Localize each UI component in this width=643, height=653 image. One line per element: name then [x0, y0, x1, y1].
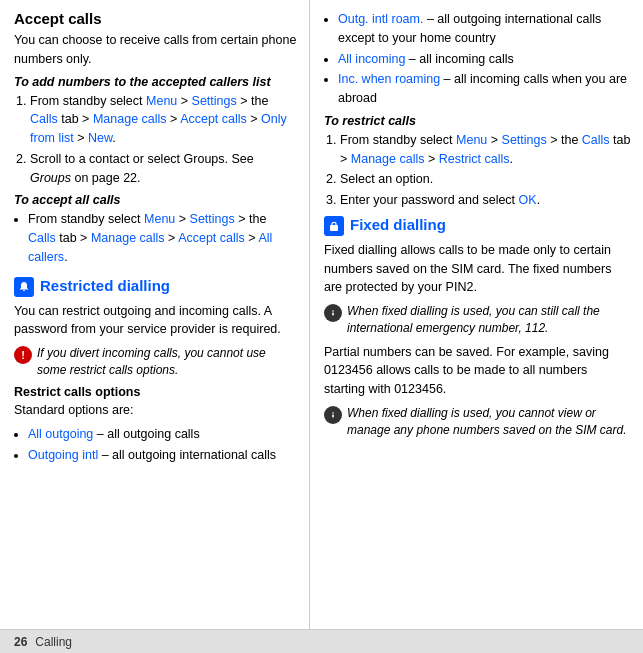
accept-all-list: From standby select Menu > Settings > th…	[14, 210, 297, 266]
all-incoming-link: All incoming	[338, 52, 405, 66]
outgoing-intl-item: Outgoing intl – all outgoing internation…	[28, 446, 297, 465]
outgoing-intl-link: Outgoing intl	[28, 448, 98, 462]
restricted-dialling-title: Restricted dialling	[40, 277, 170, 294]
bell-icon	[18, 281, 30, 293]
restrict-calls-steps: From standby select Menu > Settings > th…	[324, 131, 631, 210]
restricted-dialling-intro: You can restrict outgoing and incoming c…	[14, 302, 297, 340]
restricted-dialling-icon	[14, 277, 34, 297]
left-column: Accept calls You can choose to receive c…	[0, 0, 310, 653]
settings-link-1: Settings	[192, 94, 237, 108]
info-icon-1	[324, 304, 342, 322]
restrict-options-continued: Outg. intl roam. – all outgoing internat…	[324, 10, 631, 108]
right-column: Outg. intl roam. – all outgoing internat…	[310, 0, 643, 653]
note2-text: When fixed dialling is used, you cannot …	[347, 405, 631, 439]
settings-link-2: Settings	[190, 212, 235, 226]
inc-when-roaming-item: Inc. when roaming – all incoming calls w…	[338, 70, 631, 108]
restrict-options-title: Restrict calls options	[14, 385, 297, 399]
bullet-icon-1	[328, 308, 338, 318]
new-link: New	[88, 131, 112, 145]
restricted-dialling-header: Restricted dialling	[14, 277, 297, 298]
all-outgoing-link: All outgoing	[28, 427, 93, 441]
svg-rect-3	[332, 313, 334, 316]
accept-all-heading: To accept all calls	[14, 193, 297, 207]
calls-link-1: Calls	[30, 112, 58, 126]
all-incoming-item: All incoming – all incoming calls	[338, 50, 631, 69]
note-text: If you divert incoming calls, you cannot…	[37, 345, 297, 379]
add-numbers-steps: From standby select Menu > Settings > th…	[14, 92, 297, 188]
inc-when-roaming-link: Inc. when roaming	[338, 72, 440, 86]
accept-calls-link-1: Accept calls	[180, 112, 247, 126]
accept-all-item: From standby select Menu > Settings > th…	[28, 210, 297, 266]
page-number: 26	[14, 635, 27, 649]
bottom-bar: 26 Calling	[0, 629, 643, 653]
lock-icon	[328, 220, 340, 232]
accept-calls-title: Accept calls	[14, 10, 297, 27]
accept-calls-link-2: Accept calls	[178, 231, 245, 245]
svg-point-5	[332, 412, 334, 414]
svg-rect-0	[330, 225, 338, 231]
restrict-options-list: All outgoing – all outgoing calls Outgoi…	[14, 425, 297, 465]
restrict-step-1: From standby select Menu > Settings > th…	[340, 131, 631, 169]
step-2: Scroll to a contact or select Groups. Se…	[30, 150, 297, 188]
fixed-dialling-icon	[324, 216, 344, 236]
add-numbers-heading: To add numbers to the accepted callers l…	[14, 75, 297, 89]
manage-calls-link-1: Manage calls	[93, 112, 167, 126]
menu-link-1: Menu	[146, 94, 177, 108]
page: Accept calls You can choose to receive c…	[0, 0, 643, 653]
footer-label: Calling	[35, 635, 72, 649]
svg-point-2	[332, 310, 334, 312]
restricted-dialling-note: ! If you divert incoming calls, you cann…	[14, 345, 297, 379]
accept-calls-section: Accept calls You can choose to receive c…	[14, 10, 297, 267]
manage-calls-link-2: Manage calls	[91, 231, 165, 245]
restrict-step-3: Enter your password and select OK.	[340, 191, 631, 210]
bullet-icon-2	[328, 410, 338, 420]
outg-intl-roam-link: Outg. intl roam.	[338, 12, 423, 26]
restrict-calls-link: Restrict calls	[439, 152, 510, 166]
fixed-dialling-intro: Fixed dialling allows calls to be made o…	[324, 241, 631, 297]
standard-options-text: Standard options are:	[14, 401, 297, 420]
manage-calls-link-r1: Manage calls	[351, 152, 425, 166]
restricted-dialling-section: Restricted dialling You can restrict out…	[14, 277, 297, 465]
partial-numbers-text: Partial numbers can be saved. For exampl…	[324, 343, 631, 399]
fixed-dialling-section: Fixed dialling Fixed dialling allows cal…	[324, 216, 631, 439]
restrict-step-2: Select an option.	[340, 170, 631, 189]
all-outgoing-item: All outgoing – all outgoing calls	[28, 425, 297, 444]
step-1: From standby select Menu > Settings > th…	[30, 92, 297, 148]
menu-link-2: Menu	[144, 212, 175, 226]
ok-link: OK	[519, 193, 537, 207]
fixed-dialling-title: Fixed dialling	[350, 216, 446, 233]
accept-calls-intro: You can choose to receive calls from cer…	[14, 31, 297, 69]
calls-link-2: Calls	[28, 231, 56, 245]
outg-intl-roam-item: Outg. intl roam. – all outgoing internat…	[338, 10, 631, 48]
fixed-dialling-note1: When fixed dialling is used, you can sti…	[324, 303, 631, 337]
menu-link-r1: Menu	[456, 133, 487, 147]
warning-icon: !	[14, 346, 32, 364]
fixed-dialling-note2: When fixed dialling is used, you cannot …	[324, 405, 631, 439]
fixed-dialling-header: Fixed dialling	[324, 216, 631, 237]
settings-link-r1: Settings	[502, 133, 547, 147]
restrict-calls-heading: To restrict calls	[324, 114, 631, 128]
info-icon-2	[324, 406, 342, 424]
note1-text: When fixed dialling is used, you can sti…	[347, 303, 631, 337]
calls-link-r1: Calls	[582, 133, 610, 147]
svg-rect-6	[332, 414, 334, 417]
